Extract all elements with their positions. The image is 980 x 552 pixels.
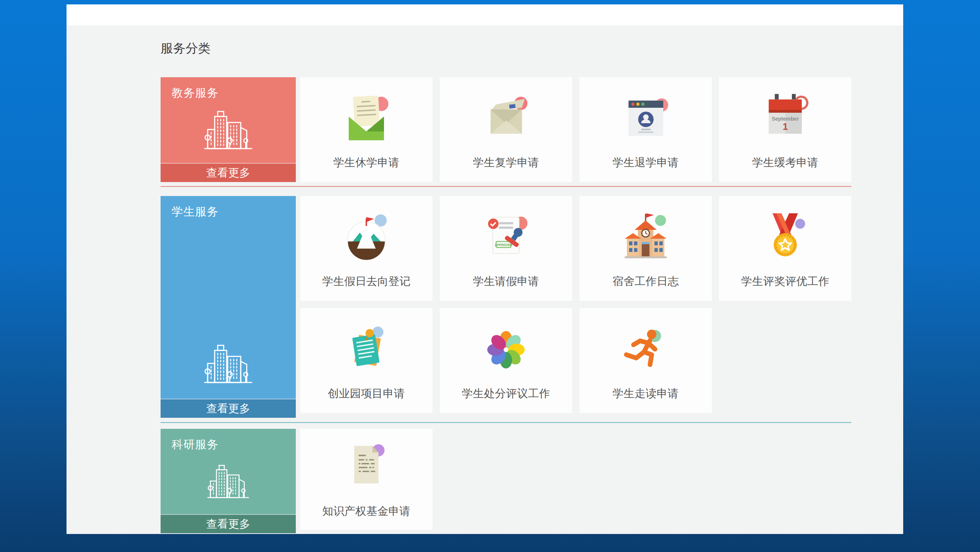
document-icon: [339, 440, 394, 495]
category-block-research: 科研服务: [161, 429, 296, 533]
view-more-label: 查看更多: [206, 517, 250, 532]
service-card-label: 学生缓考申请: [752, 155, 818, 170]
mountain-flag-icon: [339, 210, 394, 265]
category-block-body: 学生服务: [161, 196, 296, 399]
city-buildings-icon: [197, 104, 259, 160]
envelope-letter-icon: [339, 91, 394, 146]
card-rows: 学生假日去向登记 APPROVED: [300, 196, 851, 413]
service-card-label: 学生复学申请: [473, 155, 539, 170]
service-card-label: 创业园项目申请: [328, 386, 405, 401]
service-card-xiuxue[interactable]: 学生休学申请: [300, 77, 433, 182]
section-academic-services: 教务服务: [161, 77, 851, 182]
category-label: 教务服务: [172, 85, 285, 101]
category-block-body: 科研服务: [161, 429, 296, 514]
school-building-icon: [618, 210, 673, 265]
approved-stamp-text: APPROVED: [495, 243, 512, 247]
calendar-day-text: 1: [783, 121, 788, 132]
view-more-label: 查看更多: [206, 401, 250, 416]
view-more-button[interactable]: 查看更多: [161, 514, 296, 533]
section-student-services: 学生服务: [161, 196, 851, 418]
section-divider-teal: [161, 422, 851, 423]
service-card-zoudu[interactable]: 学生走读申请: [579, 308, 712, 413]
calendar-month-text: September: [772, 116, 799, 122]
service-card-label: 学生评奖评优工作: [741, 274, 829, 289]
category-label: 学生服务: [172, 204, 285, 220]
service-card-chuangye[interactable]: 创业园项目申请: [300, 308, 433, 413]
sealed-envelope-icon: [479, 91, 533, 146]
category-block-student: 学生服务: [161, 196, 296, 418]
page-title: 服务分类: [161, 40, 903, 57]
medal-icon: [758, 210, 813, 265]
running-person-icon: [618, 322, 673, 377]
category-block-body: 教务服务: [161, 77, 296, 163]
calendar-icon: September 1: [758, 91, 813, 146]
card-row: 学生假日去向登记 APPROVED: [300, 196, 851, 301]
service-card-fuxue[interactable]: 学生复学申请: [440, 77, 572, 182]
service-card-label: 宿舍工作日志: [612, 274, 679, 289]
card-row: 创业园项目申请: [300, 308, 851, 413]
browser-profile-icon: [618, 91, 673, 146]
pinwheel-icon: [479, 322, 533, 377]
service-card-pingjiang[interactable]: 学生评奖评优工作: [719, 196, 851, 301]
city-buildings-icon: [197, 459, 259, 507]
category-block-academic: 教务服务: [161, 77, 296, 182]
service-card-qingjia[interactable]: APPROVED 学生请假申请: [440, 196, 572, 301]
category-label: 科研服务: [172, 437, 285, 452]
service-card-label: 学生处分评议工作: [462, 386, 550, 401]
service-card-zhishichanquan[interactable]: 知识产权基金申请: [300, 429, 433, 530]
service-card-label: 学生走读申请: [612, 386, 679, 401]
service-card-chufen[interactable]: 学生处分评议工作: [440, 308, 572, 413]
desktop-background: 服务分类 教务服务: [0, 0, 980, 552]
approved-stamp-icon: APPROVED: [479, 210, 533, 265]
service-card-label: 学生休学申请: [333, 155, 399, 170]
section-research-services: 科研服务: [161, 429, 851, 533]
card-row: 知识产权基金申请: [300, 429, 433, 530]
card-rows: 知识产权基金申请: [300, 429, 433, 530]
service-card-label: 学生退学申请: [612, 155, 679, 170]
view-more-button[interactable]: 查看更多: [161, 399, 296, 418]
city-buildings-icon: [197, 338, 259, 394]
main-content: 服务分类 教务服务: [67, 40, 903, 533]
service-card-label: 知识产权基金申请: [322, 504, 410, 519]
view-more-button[interactable]: 查看更多: [161, 163, 296, 182]
service-card-label: 学生假日去向登记: [322, 274, 410, 289]
service-card-huankao[interactable]: September 1 学生缓考申请: [719, 77, 851, 182]
service-card-sushe[interactable]: 宿舍工作日志: [579, 196, 712, 301]
page-header-bar: [67, 5, 903, 26]
service-card-tuixue[interactable]: 学生退学申请: [579, 77, 712, 182]
service-card-jiari[interactable]: 学生假日去向登记: [300, 196, 433, 301]
view-more-label: 查看更多: [206, 166, 250, 180]
service-portal-page: 服务分类 教务服务: [67, 5, 903, 534]
notepad-pin-icon: [339, 322, 394, 377]
service-card-label: 学生请假申请: [473, 274, 539, 289]
section-divider-red: [161, 186, 851, 187]
card-rows: 学生休学申请 学生复学申请: [300, 77, 851, 182]
card-row: 学生休学申请 学生复学申请: [300, 77, 851, 182]
